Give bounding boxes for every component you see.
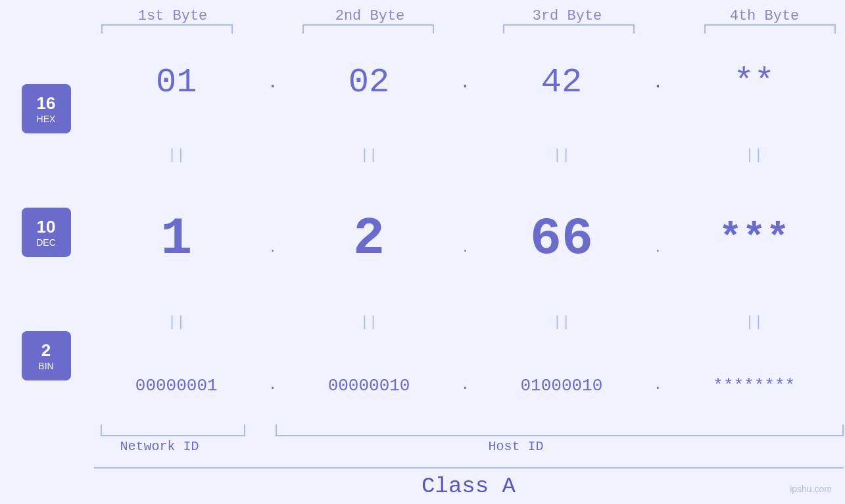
equals-row-2: || || || ||	[99, 314, 832, 331]
eq1-b4: ||	[682, 147, 827, 164]
bin-label: BIN	[38, 361, 53, 371]
bin-sep2: .	[452, 377, 478, 394]
dec-sep2: .	[452, 242, 478, 255]
byte2-label: 2nd Byte	[298, 8, 443, 24]
badge-column: 16 HEX 10 DEC 2 BIN	[0, 40, 92, 424]
hex-sep1: .	[260, 72, 286, 93]
hex-sep2: .	[452, 72, 478, 93]
bin-b4: ********	[682, 376, 827, 396]
eq1-b1: ||	[104, 147, 249, 164]
top-brkt-4	[704, 24, 836, 34]
eq1-b3: ||	[489, 147, 634, 164]
eq1-b2: ||	[297, 147, 441, 164]
dec-sep3: .	[644, 242, 671, 255]
bin-row: 00000001 . 00000010 . 01000010 . *******…	[99, 376, 832, 396]
hex-sep3: .	[644, 72, 671, 93]
watermark: ipshu.com	[790, 484, 832, 494]
top-brkt-2	[302, 24, 434, 34]
bin-b1: 00000001	[104, 376, 249, 396]
eq2-b4: ||	[682, 314, 827, 331]
hex-row: 01 . 02 . 42 . **	[99, 63, 832, 102]
bin-badge: 2 BIN	[22, 331, 71, 380]
hex-b2: 02	[297, 63, 441, 102]
network-id-label: Network ID	[120, 439, 199, 454]
bin-sep1: .	[260, 377, 286, 394]
rows-area: 01 . 02 . 42 . ** || || || || 1 .	[92, 34, 845, 424]
dec-badge: 10 DEC	[22, 208, 71, 257]
bin-sep3: .	[644, 377, 671, 394]
dec-label: DEC	[36, 237, 56, 248]
hex-label: HEX	[37, 114, 56, 124]
bin-b2: 00000010	[297, 376, 441, 396]
byte3-label: 3rd Byte	[495, 8, 640, 24]
host-bracket	[276, 424, 844, 436]
eq2-b2: ||	[297, 314, 441, 331]
host-id-label: Host ID	[489, 439, 544, 454]
hex-b1: 01	[104, 63, 249, 102]
dec-b2: 2	[297, 209, 441, 269]
byte4-label: 4th Byte	[692, 8, 837, 24]
dec-b4: ***	[682, 216, 827, 261]
eq2-b1: ||	[104, 314, 249, 331]
main-container: 1st Byte 2nd Byte 3rd Byte 4th Byte 16 H…	[0, 0, 845, 504]
bin-b3: 01000010	[489, 376, 634, 396]
top-brkt-3	[503, 24, 635, 34]
hex-b4: **	[682, 63, 827, 102]
hex-num: 16	[37, 93, 56, 114]
equals-row-1: || || || ||	[99, 147, 832, 164]
bin-num: 2	[41, 340, 51, 361]
hex-badge: 16 HEX	[22, 84, 71, 133]
hex-b3: 42	[489, 63, 634, 102]
top-bracket-row	[94, 24, 844, 34]
dec-sep1: .	[260, 242, 286, 255]
top-brkt-1	[101, 24, 233, 34]
bottom-bracket-area: Network ID Host ID	[94, 424, 844, 464]
dec-b1: 1	[104, 209, 249, 269]
dec-num: 10	[37, 217, 56, 237]
class-section: Class A	[94, 467, 844, 504]
dec-b3: 66	[489, 209, 634, 269]
byte1-label: 1st Byte	[101, 8, 245, 24]
dec-row: 1 . 2 . 66 . ***	[99, 209, 832, 269]
eq2-b3: ||	[489, 314, 634, 331]
byte-header-row: 1st Byte 2nd Byte 3rd Byte 4th Byte	[94, 8, 844, 24]
network-bracket	[101, 424, 245, 436]
main-area: 16 HEX 10 DEC 2 BIN 01 . 02 . 42 . **	[0, 34, 845, 424]
class-label: Class A	[94, 469, 844, 504]
